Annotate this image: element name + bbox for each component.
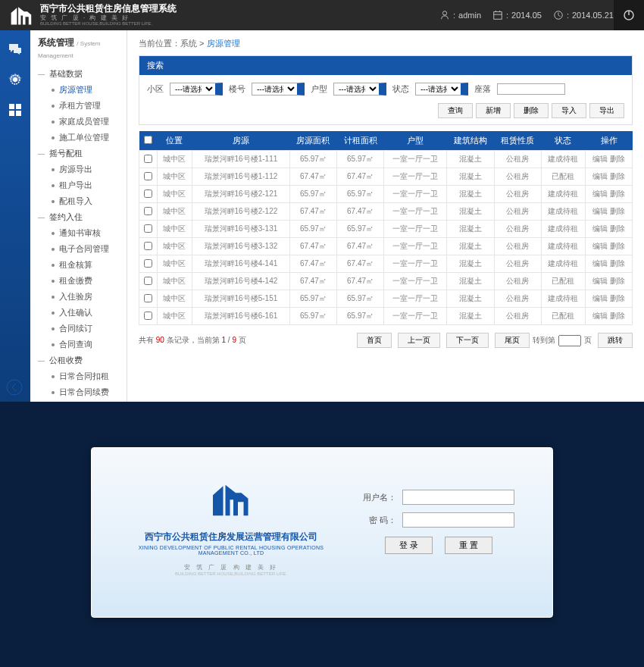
table-cell: 67.47㎡ [337, 203, 384, 221]
pager-button[interactable]: 尾页 [495, 333, 530, 348]
sidebar-item[interactable]: 日常合同续费 [30, 384, 127, 400]
row-checkbox[interactable] [144, 207, 152, 215]
action-button[interactable]: 导出 [589, 103, 624, 118]
select-all-checkbox[interactable] [144, 136, 152, 144]
table-cell: 瑞景河畔16号楼3-132 [192, 238, 289, 255]
nav-settings-icon[interactable] [8, 72, 23, 87]
pager-button[interactable]: 下一页 [446, 333, 489, 348]
svg-point-0 [442, 11, 446, 15]
username-input[interactable] [402, 490, 514, 505]
table-cell: 公租房 [494, 255, 541, 273]
table-cell: 67.47㎡ [289, 168, 336, 186]
sidebar-group[interactable]: 基础数据 [30, 66, 127, 82]
table-cell: 一室一厅一卫 [384, 168, 447, 186]
table-cell: 65.97㎡ [337, 221, 384, 238]
sidebar-item[interactable]: 配租导入 [30, 193, 127, 209]
sidebar-item[interactable]: 日常合同扣租 [30, 368, 127, 384]
sidebar-item[interactable]: 租金核算 [30, 257, 127, 273]
table-cell: 混凝土 [447, 203, 494, 221]
sidebar-item[interactable]: 承租方管理 [30, 98, 127, 114]
action-button[interactable]: 导入 [552, 103, 586, 118]
sidebar-item[interactable]: 维修费用审核 [30, 400, 127, 402]
clock-icon [553, 10, 564, 20]
table-cell: 瑞景河畔16号楼2-122 [192, 203, 289, 221]
nav-grid-icon[interactable] [8, 102, 23, 117]
search-input[interactable] [497, 83, 565, 95]
user-info[interactable]: :admin [439, 10, 481, 20]
sidebar-group[interactable]: 公租收费 [30, 352, 127, 368]
table-cell: 公租房 [494, 151, 541, 168]
row-checkbox[interactable] [144, 277, 152, 285]
sidebar-item[interactable]: 房源管理 [30, 82, 127, 98]
search-label: 座落 [474, 83, 491, 95]
table-cell: 65.97㎡ [289, 221, 336, 238]
search-select[interactable]: ---请选择--- [170, 83, 223, 96]
table-cell: 67.47㎡ [289, 255, 336, 273]
pager-button[interactable]: 首页 [357, 333, 392, 348]
login-button[interactable]: 登 录 [385, 537, 433, 554]
sidebar-group[interactable]: 摇号配租 [30, 146, 127, 161]
app-subtitle-en: BUILDING BETTER HOUSE,BUILDING BETTER LI… [40, 21, 177, 27]
login-company: 西宁市公共租赁住房发展运营管理有限公司 [122, 531, 340, 543]
sidebar-item[interactable]: 入住验房 [30, 289, 127, 305]
search-select[interactable]: ---请选择--- [252, 83, 305, 96]
search-select[interactable]: ---请选择--- [333, 83, 386, 96]
row-checkbox[interactable] [144, 259, 152, 268]
search-header: 搜索 [139, 56, 632, 75]
collapse-sidebar-icon[interactable] [6, 379, 23, 396]
table-row: 城中区瑞景河畔16号楼1-11165.97㎡65.97㎡一室一厅一卫混凝土公租房… [139, 151, 633, 168]
sidebar-item[interactable]: 通知书审核 [30, 225, 127, 241]
row-checkbox[interactable] [144, 242, 152, 250]
nav-chat-icon[interactable] [8, 42, 23, 57]
table-row: 城中区瑞景河畔16号楼1-11267.47㎡67.47㎡一室一厅一卫混凝土公租房… [139, 168, 633, 186]
sidebar-group[interactable]: 签约入住 [30, 209, 127, 225]
goto-page-input[interactable] [558, 335, 581, 346]
table-cell: 城中区 [158, 151, 192, 168]
action-button[interactable]: 删除 [514, 103, 549, 118]
goto-button[interactable]: 跳转 [598, 333, 633, 348]
sidebar-item[interactable]: 租户导出 [30, 177, 127, 193]
row-checkbox[interactable] [144, 294, 152, 302]
pager-button[interactable]: 上一页 [398, 333, 440, 348]
table-cell: 城中区 [158, 221, 192, 238]
table-cell: 65.97㎡ [337, 308, 384, 325]
sidebar-item[interactable]: 电子合同管理 [30, 241, 127, 257]
login-slogan: 安 筑 广 厦 构 建 美 好 [122, 563, 340, 571]
table-cell: 混凝土 [447, 255, 494, 273]
power-button[interactable] [614, 0, 644, 30]
svg-rect-8 [9, 111, 14, 116]
row-checkbox[interactable] [144, 155, 152, 163]
sidebar-item[interactable]: 房源导出 [30, 161, 127, 177]
table-header: 户型 [384, 131, 447, 151]
table-cell: 已配租 [541, 168, 585, 186]
row-checkbox[interactable] [144, 172, 152, 180]
search-select[interactable]: ---请选择--- [415, 83, 468, 96]
sidebar-item[interactable]: 施工单位管理 [30, 130, 127, 146]
row-checkbox[interactable] [144, 224, 152, 233]
login-logo-icon [208, 478, 254, 520]
search-label: 户型 [311, 83, 327, 95]
password-input[interactable] [402, 512, 514, 528]
table-row: 城中区瑞景河畔16号楼3-13267.47㎡67.47㎡一室一厅一卫混凝土公租房… [139, 238, 633, 255]
table-cell: 城中区 [158, 255, 192, 273]
table-cell: 65.97㎡ [337, 186, 384, 203]
action-button[interactable]: 新增 [476, 103, 511, 118]
sidebar-item[interactable]: 家庭成员管理 [30, 114, 127, 130]
app-title: 西宁市公共租赁住房信息管理系统 [40, 3, 177, 14]
pagination: 共有 90 条记录，当前第 1 / 9 页 首页上一页下一页尾页转到第页跳转 [139, 333, 633, 348]
row-checkbox[interactable] [144, 189, 152, 198]
sidebar-item[interactable]: 合同续订 [30, 321, 127, 337]
action-button[interactable]: 查询 [438, 103, 473, 118]
table-cell: 瑞景河畔16号楼2-121 [192, 186, 289, 203]
password-label: 密 码： [363, 515, 396, 526]
content-area: 当前位置：系统 > 房源管理 搜索 小区---请选择---楼号---请选择---… [127, 30, 644, 402]
table-cell: 编辑 删除 [586, 168, 633, 186]
sidebar-item[interactable]: 租金缴费 [30, 273, 127, 289]
sidebar-item[interactable]: 入住确认 [30, 305, 127, 321]
row-checkbox[interactable] [144, 312, 152, 320]
reset-button[interactable]: 重 置 [445, 537, 492, 554]
sidebar-item[interactable]: 合同查询 [30, 337, 127, 352]
table-header [139, 131, 158, 151]
search-panel: 搜索 小区---请选择---楼号---请选择---户型---请选择---状态--… [139, 55, 633, 125]
table-cell: 城中区 [158, 186, 192, 203]
